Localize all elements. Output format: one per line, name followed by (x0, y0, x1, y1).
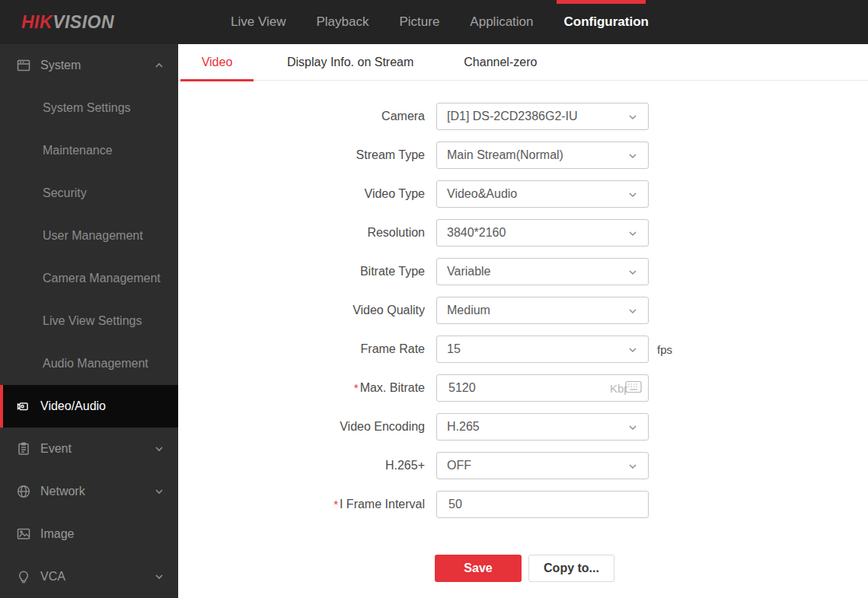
field-label-text: Video Quality (353, 304, 425, 316)
video-audio-icon (16, 399, 31, 414)
sidebar-item-image[interactable]: Image (0, 513, 178, 555)
field-label-frame-rate: Frame Rate (178, 342, 425, 356)
select-chevron-icon (627, 267, 638, 278)
logo-vision-text: VISION (53, 12, 114, 33)
max-bitrate-input[interactable]: Kbps (436, 374, 649, 402)
sidebar-item-system[interactable]: System (0, 44, 178, 87)
required-asterisk: * (354, 381, 359, 394)
save-button[interactable]: Save (435, 555, 522, 582)
nav-item-picture[interactable]: Picture (384, 0, 455, 44)
system-icon (16, 58, 31, 73)
nav-item-configuration[interactable]: Configuration (549, 0, 664, 44)
selected-value: OFF (447, 459, 471, 472)
select-chevron-icon (627, 461, 638, 472)
image-icon (16, 526, 31, 542)
event-icon (16, 441, 31, 456)
form-row-bitrate-type: Bitrate TypeVariable (178, 258, 868, 285)
form-row-video-type: Video TypeVideo&Audio (178, 180, 868, 208)
form-row-video-encoding: Video EncodingH.265 (178, 413, 868, 441)
chevron-down-icon (154, 444, 164, 454)
unit-suffix: Kbps (610, 380, 642, 396)
field-label-max-bitrate: *Max. Bitrate (178, 381, 425, 395)
sidebar-item-live-view-settings[interactable]: Live View Settings (0, 300, 178, 342)
logo-hik-text: HIK (21, 12, 53, 33)
tab-channel-zero[interactable]: Channel-zero (447, 44, 554, 81)
field-label-text: Resolution (367, 226, 425, 239)
field-label-text: Frame Rate (361, 342, 425, 355)
sidebar-item-label: VCA (40, 570, 65, 584)
field-label-h-265: H.265+ (178, 459, 425, 472)
keyboard-icon[interactable] (625, 380, 642, 396)
h-265-select[interactable]: OFF (436, 452, 649, 479)
nav-item-live-view[interactable]: Live View (215, 0, 301, 44)
selected-value: [D1] DS-2CD2386G2-IU (447, 110, 578, 123)
field-label-resolution: Resolution (178, 226, 425, 240)
sidebar-item-video-audio[interactable]: Video/Audio (0, 385, 178, 428)
tab-video[interactable]: Video (180, 44, 254, 81)
form-row-stream-type: Stream TypeMain Stream(Normal) (178, 142, 868, 169)
selected-value: 3840*2160 (447, 226, 506, 240)
resolution-select[interactable]: 3840*2160 (436, 219, 649, 247)
video-quality-select[interactable]: Medium (436, 297, 649, 324)
select-chevron-icon (627, 345, 638, 355)
nav-item-playback[interactable]: Playback (301, 0, 384, 44)
sidebar-item-system-settings[interactable]: System Settings (0, 87, 178, 129)
chevron-down-icon (154, 486, 164, 497)
copy-to-button[interactable]: Copy to... (528, 555, 614, 582)
tab-display-info-on-stream[interactable]: Display Info. on Stream (270, 44, 430, 81)
select-chevron-icon (627, 228, 638, 239)
sidebar-item-label: Maintenance (43, 144, 113, 157)
field-label-text: Video Encoding (340, 420, 425, 433)
video-type-select[interactable]: Video&Audio (436, 180, 649, 208)
select-chevron-icon (627, 189, 638, 200)
hikvision-logo[interactable]: HIKVISION (21, 0, 114, 44)
max-bitrate-text-input[interactable] (447, 380, 584, 396)
camera-select[interactable]: [D1] DS-2CD2386G2-IU (436, 103, 649, 130)
main-nav: Live ViewPlaybackPictureApplicationConfi… (215, 0, 664, 44)
sidebar-item-camera-management[interactable]: Camera Management (0, 257, 178, 300)
i-frame-interval-input[interactable] (436, 491, 649, 518)
form-row-resolution: Resolution3840*2160 (178, 219, 868, 247)
stream-type-select[interactable]: Main Stream(Normal) (436, 142, 649, 169)
selected-value: Main Stream(Normal) (447, 148, 563, 162)
tab-bar: VideoDisplay Info. on StreamChannel-zero (178, 44, 868, 81)
video-encoding-select[interactable]: H.265 (436, 413, 649, 441)
form-row-camera: Camera[D1] DS-2CD2386G2-IU (178, 103, 868, 130)
field-label-text: Max. Bitrate (360, 381, 425, 394)
sidebar-item-security[interactable]: Security (0, 172, 178, 215)
select-chevron-icon (627, 151, 638, 161)
field-label-text: Stream Type (356, 148, 425, 161)
select-chevron-icon (627, 306, 638, 316)
field-label-i-frame-interval: *I Frame Interval (178, 498, 425, 511)
field-label-text: Video Type (365, 187, 425, 200)
form-actions: Save Copy to... (178, 555, 868, 582)
selected-value: Variable (447, 265, 491, 278)
nav-item-application[interactable]: Application (455, 0, 548, 44)
field-suffix-fps: fps (657, 343, 672, 356)
sidebar-item-user-management[interactable]: User Management (0, 215, 178, 257)
selected-value: H.265 (447, 420, 480, 434)
chevron-up-icon (154, 60, 164, 71)
field-label-camera: Camera (178, 110, 425, 123)
field-label-text: Bitrate Type (360, 265, 425, 278)
i-frame-interval-text-input[interactable] (447, 497, 584, 512)
frame-rate-select[interactable]: 15 (436, 336, 649, 363)
selected-value: Video&Audio (447, 187, 517, 201)
sidebar-item-audio-management[interactable]: Audio Management (0, 342, 178, 385)
select-chevron-icon (627, 112, 638, 122)
network-icon (16, 484, 31, 499)
chevron-down-icon (154, 571, 164, 582)
bitrate-type-select[interactable]: Variable (436, 258, 649, 285)
sidebar-item-vca[interactable]: VCA (0, 555, 178, 598)
sidebar-item-event[interactable]: Event (0, 428, 178, 470)
sidebar-menu: SystemSystem SettingsMaintenanceSecurity… (0, 44, 178, 598)
field-label-stream-type: Stream Type (178, 148, 425, 162)
field-label-text: Camera (381, 110, 425, 122)
sidebar-item-label: Video/Audio (40, 399, 106, 413)
field-label-text: I Frame Interval (340, 498, 425, 511)
video-settings-form: Camera[D1] DS-2CD2386G2-IUStream TypeMai… (178, 81, 868, 518)
sidebar-item-network[interactable]: Network (0, 470, 178, 513)
sidebar-item-label: Security (43, 186, 87, 200)
sidebar-item-maintenance[interactable]: Maintenance (0, 129, 178, 172)
select-chevron-icon (627, 422, 638, 433)
